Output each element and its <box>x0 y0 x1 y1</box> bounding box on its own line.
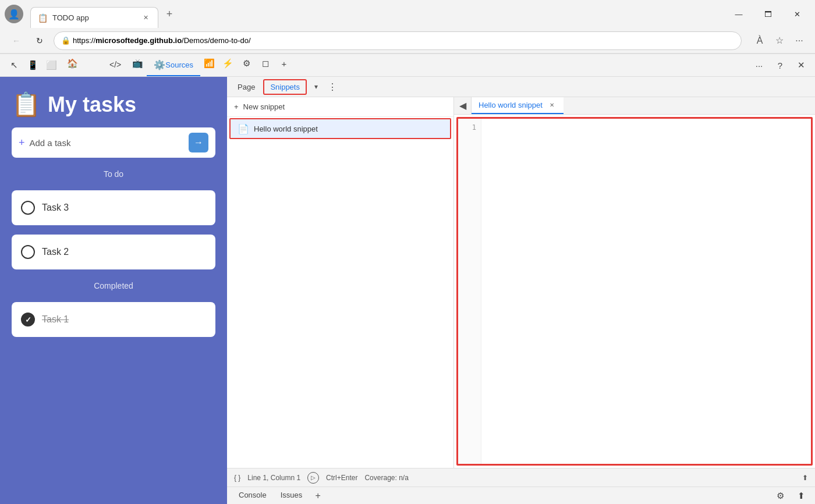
editor-tab-close-button[interactable]: ✕ <box>547 101 557 110</box>
file-panel: + New snippet 📄 Hello world snippet <box>227 97 454 468</box>
minimize-button[interactable]: — <box>725 5 752 23</box>
devtools-more-button[interactable]: ··· <box>750 56 768 74</box>
editor-tab-name: Hello world snippet <box>479 101 543 109</box>
performance-icon[interactable]: ⚙ <box>238 54 256 73</box>
issues-tab[interactable]: Issues <box>274 487 310 504</box>
tab-title: TODO app <box>52 13 136 22</box>
inspect-element-icon[interactable]: ↖ <box>5 56 23 74</box>
bottom-tab-bar: Console Issues + ⚙ ⬆ <box>227 487 815 504</box>
browser-window: 👤 📋 TODO app ✕ + — 🗖 ✕ ← ↻ 🔒 https://mic… <box>0 0 815 504</box>
maximize-button[interactable]: 🗖 <box>754 5 781 23</box>
sources-toolbar: Page Snippets ▾ ⋮ <box>227 77 815 97</box>
more-icon[interactable]: ··· <box>791 32 808 49</box>
run-button[interactable]: ▷ <box>307 472 319 484</box>
title-bar: 👤 📋 TODO app ✕ + — 🗖 ✕ <box>0 0 815 28</box>
editor-area[interactable]: 1 <box>456 117 813 466</box>
sources-dropdown-icon[interactable]: ▾ <box>309 80 323 94</box>
tab-bar: 📋 TODO app ✕ + <box>30 0 721 28</box>
hello-world-snippet-item[interactable]: 📄 Hello world snippet <box>229 118 451 139</box>
address-input[interactable]: 🔒 https://microsoftedge.github.io/Demos/… <box>54 31 742 50</box>
editor-panel: ◀ Hello world snippet ✕ 1 <box>454 97 815 468</box>
task-circle-2[interactable] <box>21 245 35 259</box>
tab-sources[interactable]: ⚙️ Sources <box>147 54 200 76</box>
task-label-3: Task 3 <box>42 203 69 213</box>
upload-button[interactable]: ⬆ <box>802 474 808 482</box>
task-label-2: Task 2 <box>42 247 69 257</box>
console-tab[interactable]: Console <box>232 487 274 504</box>
editor-active-tab[interactable]: Hello world snippet ✕ <box>472 97 564 114</box>
console-icon[interactable]: 📺 <box>128 54 147 73</box>
add-task-bar: + Add a task → <box>12 127 215 158</box>
application-icon[interactable]: ◻ <box>256 54 275 73</box>
network-icon[interactable]: ⚡ <box>219 54 238 73</box>
read-aloud-icon[interactable]: À <box>751 32 768 49</box>
address-right-icons: À ☆ ··· <box>751 32 808 49</box>
editor-back-button[interactable]: ◀ <box>454 97 472 114</box>
line-number-1: 1 <box>463 123 476 132</box>
devtools-help-button[interactable]: ? <box>771 56 789 74</box>
new-snippet-label: New snippet <box>243 102 285 111</box>
window-controls: — 🗖 ✕ <box>725 5 810 23</box>
todo-section-label: To do <box>12 169 215 179</box>
task-item-3[interactable]: Task 3 <box>12 190 215 225</box>
todo-app-title: My tasks <box>48 93 136 117</box>
tab-close-button[interactable]: ✕ <box>140 13 151 23</box>
wifi-icon[interactable]: 📶 <box>200 54 219 73</box>
split-panel-icon[interactable]: ⬜ <box>42 56 61 74</box>
task-label-1: Task 1 <box>42 314 69 325</box>
lock-icon: 🔒 <box>61 36 70 45</box>
sources-snippets-tab[interactable]: Snippets <box>263 79 307 95</box>
close-button[interactable]: ✕ <box>784 5 810 23</box>
address-text: https://microsoftedge.github.io/Demos/de… <box>73 36 251 45</box>
task-circle-1[interactable] <box>21 313 35 326</box>
sources-main: + New snippet 📄 Hello world snippet ◀ He… <box>227 97 815 468</box>
add-task-plus-icon: + <box>19 137 25 149</box>
add-panel-button[interactable]: + <box>309 487 327 504</box>
devtools-toolbar: ↖ 📱 ⬜ 🏠 </> 📺 ⚙️ Sources 📶 ⚡ ⚙ ◻ + ··· ?… <box>0 54 815 77</box>
coverage-label: Coverage: n/a <box>364 474 408 482</box>
favorites-icon[interactable]: ☆ <box>771 32 788 49</box>
device-emulation-icon[interactable]: 📱 <box>23 56 42 74</box>
new-snippet-button[interactable]: + New snippet <box>227 97 453 117</box>
format-icon: { } <box>234 474 240 482</box>
back-button[interactable]: ← <box>7 31 26 50</box>
todo-header: 📋 My tasks <box>12 91 215 118</box>
todo-logo: 📋 <box>12 91 41 118</box>
task-item-2[interactable]: Task 2 <box>12 235 215 269</box>
sources-page-tab[interactable]: Page <box>232 80 261 94</box>
task-circle-3[interactable] <box>21 201 35 215</box>
refresh-button[interactable]: ↻ <box>30 31 49 50</box>
tab-elements[interactable]: </> <box>102 54 128 76</box>
sources-tab-label: Sources <box>165 61 193 69</box>
profile-icon[interactable]: 👤 <box>5 5 23 23</box>
format-button[interactable]: { } <box>234 474 240 482</box>
new-snippet-plus-icon: + <box>234 102 239 111</box>
cursor-position: Line 1, Column 1 <box>247 474 300 482</box>
snippet-name: Hello world snippet <box>254 125 318 133</box>
bottom-settings-icon[interactable]: ⚙ <box>771 487 789 505</box>
active-tab[interactable]: 📋 TODO app ✕ <box>30 7 158 28</box>
add-task-input[interactable]: Add a task <box>30 138 189 148</box>
editor-tab-bar: ◀ Hello world snippet ✕ <box>454 97 815 115</box>
bottom-upload-icon[interactable]: ⬆ <box>792 487 810 505</box>
add-task-button[interactable]: → <box>189 133 208 152</box>
code-editor[interactable] <box>481 119 811 464</box>
tab-favicon: 📋 <box>38 13 48 23</box>
elements-icon[interactable] <box>84 54 102 73</box>
add-tab-icon[interactable]: + <box>275 54 293 73</box>
devtools-panel: Page Snippets ▾ ⋮ + New snippet 📄 Hello … <box>227 77 815 504</box>
task-item-1[interactable]: Task 1 <box>12 302 215 337</box>
sources-more-icon[interactable]: ⋮ <box>325 80 339 94</box>
home-icon[interactable]: 🏠 <box>63 54 82 73</box>
new-tab-button[interactable]: + <box>161 5 178 23</box>
line-numbers: 1 <box>458 119 481 464</box>
devtools-close-button[interactable]: ✕ <box>792 56 810 74</box>
address-bar: ← ↻ 🔒 https://microsoftedge.github.io/De… <box>0 28 815 54</box>
main-content: 📋 My tasks + Add a task → To do Task 3 T… <box>0 77 815 504</box>
devtools-tabs: 🏠 </> 📺 ⚙️ Sources 📶 ⚡ ⚙ ◻ + <box>63 54 750 76</box>
todo-app: 📋 My tasks + Add a task → To do Task 3 T… <box>0 77 227 504</box>
snippet-icon: 📄 <box>238 123 249 134</box>
completed-section-label: Completed <box>12 281 215 290</box>
devtools-right-controls: ··· ? ✕ <box>750 56 810 74</box>
status-bar: { } Line 1, Column 1 ▷ Ctrl+Enter Covera… <box>227 468 815 487</box>
